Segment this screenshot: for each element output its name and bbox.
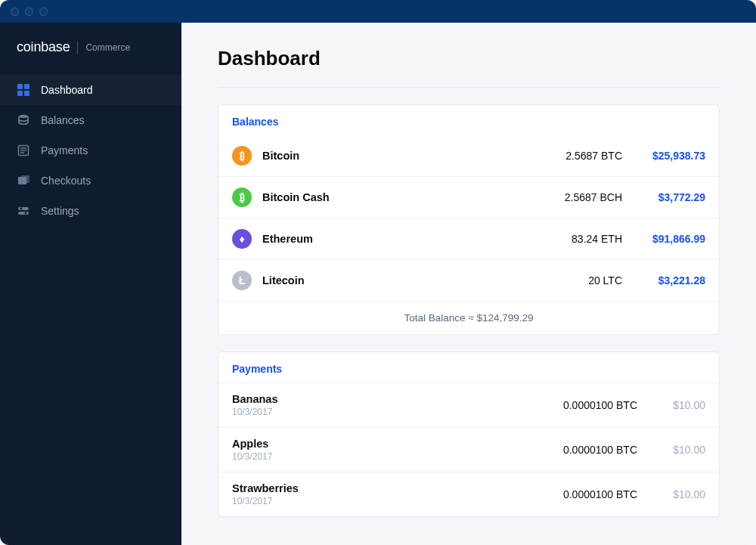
payment-date: 10/3/2017	[232, 407, 277, 417]
brand-name: coinbase	[17, 39, 70, 55]
traffic-light-zoom[interactable]	[39, 8, 48, 16]
brand: coinbase Commerce	[0, 39, 181, 75]
payment-usd: $10.00	[637, 444, 705, 456]
divider	[218, 87, 720, 88]
balance-usd: $91,866.99	[622, 233, 705, 245]
balances-rows: ₿ Bitcoin 2.5687 BTC $25,938.73 ₿ Bitcoi…	[218, 135, 719, 301]
payments-rows: Bananas 10/3/2017 0.0000100 BTC $10.00 A…	[218, 382, 719, 516]
sidebar: coinbase Commerce Dashboard Balances	[0, 23, 181, 545]
dashboard-icon	[17, 83, 30, 97]
settings-icon	[17, 204, 30, 218]
balance-usd: $25,938.73	[622, 150, 705, 162]
payment-date: 10/3/2017	[232, 496, 299, 506]
balances-icon	[17, 113, 30, 127]
balance-name: Ethereum	[262, 233, 313, 245]
sidebar-item-settings[interactable]: Settings	[0, 196, 181, 226]
svg-rect-12	[18, 212, 29, 215]
svg-rect-3	[24, 91, 29, 96]
sidebar-item-label: Dashboard	[41, 84, 93, 96]
balance-usd: $3,772.29	[622, 191, 705, 203]
checkouts-icon	[17, 174, 30, 187]
balance-qty: 2.5687 BTC	[524, 150, 622, 162]
brand-separator	[77, 41, 78, 54]
payment-qty: 0.0000100 BTC	[524, 399, 637, 411]
sidebar-item-label: Balances	[41, 114, 85, 126]
sidebar-item-label: Checkouts	[41, 175, 91, 187]
svg-point-14	[25, 212, 27, 215]
payments-heading[interactable]: Payments	[218, 352, 719, 382]
payment-row[interactable]: Bananas 10/3/2017 0.0000100 BTC $10.00	[218, 382, 719, 427]
svg-rect-0	[17, 84, 23, 89]
ethereum-icon: ♦	[232, 229, 252, 249]
titlebar	[0, 0, 756, 23]
balances-card: Balances ₿ Bitcoin 2.5687 BTC $25,938.73…	[218, 104, 720, 335]
payment-name: Bananas	[232, 393, 277, 405]
svg-point-4	[19, 115, 28, 118]
balance-row-ethereum[interactable]: ♦ Ethereum 83.24 ETH $91,866.99	[218, 218, 719, 259]
balance-name: Bitcoin Cash	[262, 191, 330, 203]
traffic-light-minimize[interactable]	[25, 8, 33, 16]
payment-qty: 0.0000100 BTC	[524, 444, 637, 456]
payment-name: Apples	[232, 438, 272, 450]
svg-rect-2	[17, 91, 23, 96]
app-window: coinbase Commerce Dashboard Balances	[0, 0, 756, 545]
payment-row[interactable]: Strawberries 10/3/2017 0.0000100 BTC $10…	[218, 472, 719, 516]
payment-usd: $10.00	[637, 399, 705, 411]
sidebar-item-dashboard[interactable]: Dashboard	[0, 75, 181, 105]
svg-rect-1	[24, 84, 29, 89]
payment-name: Strawberries	[232, 482, 299, 494]
sidebar-item-balances[interactable]: Balances	[0, 105, 181, 135]
litecoin-icon: Ł	[232, 271, 252, 290]
nav: Dashboard Balances Payments	[0, 75, 181, 226]
balance-name: Bitcoin	[262, 150, 299, 162]
balance-qty: 20 LTC	[524, 274, 622, 286]
payment-qty: 0.0000100 BTC	[524, 488, 637, 500]
brand-sub: Commerce	[85, 42, 130, 53]
sidebar-item-label: Settings	[41, 205, 79, 217]
bitcoin-icon: ₿	[232, 146, 252, 166]
sidebar-item-checkouts[interactable]: Checkouts	[0, 166, 181, 196]
bitcoin-cash-icon: ₿	[232, 187, 252, 207]
svg-point-13	[20, 208, 23, 210]
balance-name: Litecoin	[262, 274, 305, 286]
svg-rect-10	[21, 175, 29, 183]
balance-qty: 2.5687 BCH	[524, 191, 622, 203]
svg-rect-11	[18, 207, 29, 210]
payment-row[interactable]: Apples 10/3/2017 0.0000100 BTC $10.00	[218, 427, 719, 472]
traffic-light-close[interactable]	[11, 8, 19, 16]
sidebar-item-label: Payments	[41, 144, 88, 156]
balance-row-litecoin[interactable]: Ł Litecoin 20 LTC $3,221.28	[218, 259, 719, 301]
payment-usd: $10.00	[637, 488, 705, 500]
payment-date: 10/3/2017	[232, 451, 272, 462]
balance-qty: 83.24 ETH	[524, 233, 622, 245]
balance-usd: $3,221.28	[622, 274, 705, 286]
body: coinbase Commerce Dashboard Balances	[0, 23, 756, 545]
payments-card: Payments Bananas 10/3/2017 0.0000100 BTC…	[218, 351, 720, 517]
balances-heading[interactable]: Balances	[218, 105, 719, 135]
main: Dashboard Balances ₿ Bitcoin 2.5687 BTC …	[181, 23, 756, 545]
payments-icon	[17, 144, 30, 157]
balance-row-bitcoin-cash[interactable]: ₿ Bitcoin Cash 2.5687 BCH $3,772.29	[218, 176, 719, 218]
page-title: Dashboard	[218, 47, 720, 70]
balance-row-bitcoin[interactable]: ₿ Bitcoin 2.5687 BTC $25,938.73	[218, 135, 719, 176]
sidebar-item-payments[interactable]: Payments	[0, 135, 181, 166]
balances-total: Total Balance ≈ $124,799.29	[218, 301, 719, 334]
